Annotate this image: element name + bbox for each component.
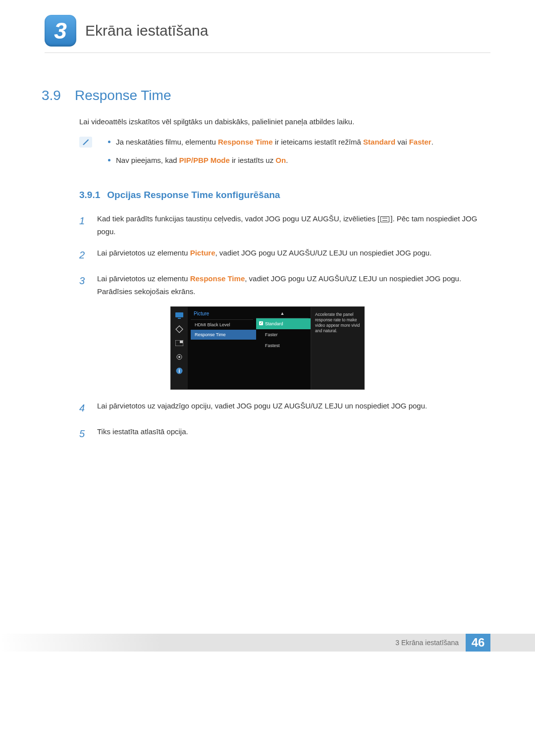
svg-rect-3 xyxy=(180,341,183,343)
osd-menu-item-selected: Response Time xyxy=(191,330,256,340)
step-number: 5 xyxy=(79,425,88,442)
osd-main-column: Picture HDMI Black Level Response Time xyxy=(188,307,256,389)
osd-category-label: Picture xyxy=(191,310,253,320)
page-footer: 3 Ekrāna iestatīšana 46 xyxy=(0,634,535,652)
step-text: Lai pārvietotos uz vajadzīgo opciju, vad… xyxy=(97,400,490,416)
svg-rect-0 xyxy=(175,312,183,317)
note-highlight: On xyxy=(275,156,286,164)
section-header: 3.9 Response Time xyxy=(42,88,490,103)
note-text: . xyxy=(431,138,433,146)
note-highlight: Standard xyxy=(363,138,395,146)
subsection-number: 3.9.1 xyxy=(79,190,100,201)
step-text: Kad tiek parādīts funkcijas taustiņu ceļ… xyxy=(97,214,379,223)
step-5: 5 Tiks iestatīta atlasītā opcija. xyxy=(79,425,490,442)
note-text: vai xyxy=(395,138,409,146)
header-divider xyxy=(45,52,490,53)
info-icon: i xyxy=(174,366,184,375)
osd-options-column: ▲ Standard Faster Fastest xyxy=(256,307,311,389)
step-number: 2 xyxy=(79,247,88,263)
osd-up-arrow-icon: ▲ xyxy=(256,310,309,318)
section-title: Response Time xyxy=(75,88,171,103)
svg-text:i: i xyxy=(179,368,180,374)
osd-iconbar: i xyxy=(171,307,188,389)
note-item: Nav pieejams, kad PIP/PBP Mode ir iestat… xyxy=(106,155,433,166)
osd-option: Faster xyxy=(256,329,311,340)
pip-icon xyxy=(174,339,184,348)
step-text: Lai pārvietotos uz elementu xyxy=(97,274,190,283)
note-text: Ja neskatāties filmu, elementu xyxy=(116,138,218,146)
note-highlight: Response Time xyxy=(218,138,273,146)
footer-chapter-label: 3 Ekrāna iestatīšana xyxy=(395,639,459,647)
subsection-title: Opcijas Response Time konfigurēšana xyxy=(107,190,280,201)
note-block: Ja neskatāties filmu, elementu Response … xyxy=(79,137,490,173)
osd-option: Fastest xyxy=(256,340,311,351)
menu-icon xyxy=(380,216,389,222)
note-icon xyxy=(79,137,92,148)
step-number: 1 xyxy=(79,212,88,238)
picture-icon xyxy=(174,311,184,320)
svg-point-5 xyxy=(178,356,180,358)
step-1: 1 Kad tiek parādīts funkcijas taustiņu c… xyxy=(79,212,490,238)
note-highlight: PIP/PBP Mode xyxy=(179,156,230,164)
section-intro: Lai videoattēls izskatītos vēl spilgtāks… xyxy=(79,117,490,126)
note-highlight: Faster xyxy=(409,138,431,146)
osd-screenshot: i Picture HDMI Black Level Response Time… xyxy=(170,306,365,390)
note-item: Ja neskatāties filmu, elementu Response … xyxy=(106,137,433,148)
chapter-header: 3 Ekrāna iestatīšana xyxy=(45,15,490,47)
step-number: 3 xyxy=(79,272,88,298)
step-4: 4 Lai pārvietotos uz vajadzīgo opciju, v… xyxy=(79,400,490,416)
subsection-header: 3.9.1 Opcijas Response Time konfigurēšan… xyxy=(79,190,490,201)
osd-menu-item: HDMI Black Level xyxy=(191,320,256,330)
size-icon xyxy=(174,325,184,334)
step-highlight: Response Time xyxy=(190,274,245,283)
step-3: 3 Lai pārvietotos uz elementu Response T… xyxy=(79,272,490,298)
note-text: ir ieteicams iestatīt režīmā xyxy=(273,138,364,146)
step-2: 2 Lai pārvietotos uz elementu Picture, v… xyxy=(79,247,490,263)
svg-rect-1 xyxy=(178,318,181,319)
note-text: Nav pieejams, kad xyxy=(116,156,179,164)
step-text: Lai pārvietotos uz elementu xyxy=(97,249,190,257)
note-text: ir iestatīts uz xyxy=(230,156,276,164)
osd-option-selected: Standard xyxy=(256,318,311,329)
step-text: Tiks iestatīta atlasītā opcija. xyxy=(97,425,490,442)
page-number: 46 xyxy=(466,634,490,652)
section-number: 3.9 xyxy=(42,88,61,103)
note-text: . xyxy=(286,156,288,164)
settings-icon xyxy=(174,353,184,361)
chapter-title: Ekrāna iestatīšana xyxy=(85,22,208,39)
step-number: 4 xyxy=(79,400,88,416)
step-highlight: Picture xyxy=(190,249,215,257)
chapter-number-badge: 3 xyxy=(45,15,76,47)
osd-description: Accelerate the panel response rate to ma… xyxy=(311,307,364,389)
step-text: , vadiet JOG pogu UZ AUGŠU/UZ LEJU un no… xyxy=(215,249,431,257)
